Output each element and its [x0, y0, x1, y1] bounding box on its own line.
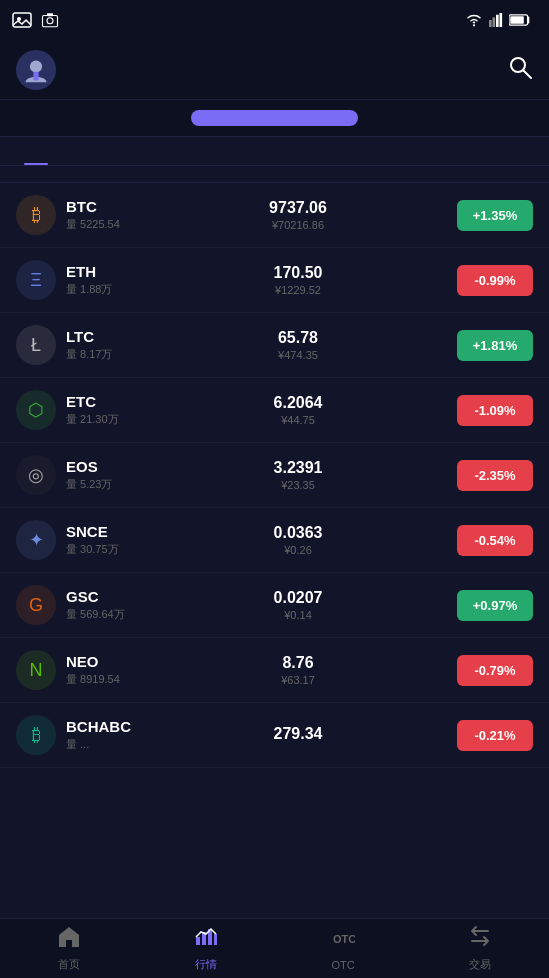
table-row[interactable]: G GSC 量 569.64万 0.0207 ¥0.14 +0.97% [0, 573, 549, 638]
camera-icon [40, 11, 60, 29]
svg-rect-9 [500, 13, 503, 27]
svg-rect-8 [496, 15, 499, 27]
coin-change: -0.99% [392, 265, 533, 296]
coin-name: ETC [66, 393, 119, 410]
coin-change: +0.97% [392, 590, 533, 621]
coin-change: +1.81% [392, 330, 533, 361]
change-badge: -1.09% [457, 395, 533, 426]
table-row[interactable]: ◎ EOS 量 5.23万 3.2391 ¥23.35 -2.35% [0, 443, 549, 508]
table-row[interactable]: ₿ BTC 量 5225.54 9737.06 ¥70216.86 +1.35% [0, 183, 549, 248]
coin-volume: 量 8.17万 [66, 347, 112, 362]
nav-label: 行情 [195, 957, 217, 972]
nav-item-OTC[interactable]: OTC OTC [275, 927, 412, 971]
coin-left-0: ₿ BTC 量 5225.54 [16, 195, 204, 235]
coin-price: 8.76 ¥63.17 [204, 654, 392, 686]
coin-volume: 量 21.30万 [66, 412, 119, 427]
coin-name: EOS [66, 458, 112, 475]
tab-btc[interactable] [96, 137, 136, 165]
photo-icon [12, 11, 32, 29]
avatar[interactable] [16, 50, 56, 90]
svg-rect-19 [214, 934, 217, 945]
tab-eth[interactable] [136, 137, 176, 165]
trade-icon [468, 925, 492, 947]
nav-item-行情[interactable]: 行情 [137, 925, 274, 972]
coin-name: GSC [66, 588, 125, 605]
coin-icon-eos: ◎ [16, 455, 56, 495]
coin-price: 3.2391 ¥23.35 [204, 459, 392, 491]
search-button[interactable] [507, 54, 533, 86]
svg-line-15 [524, 70, 532, 78]
table-row[interactable]: Ξ ETH 量 1.88万 170.50 ¥1229.52 -0.99% [0, 248, 549, 313]
coin-price: 0.0363 ¥0.26 [204, 524, 392, 556]
status-left-icons [12, 11, 60, 29]
nav-label: 交易 [469, 957, 491, 972]
coin-name: BTC [66, 198, 120, 215]
price-main-value: 0.0207 [204, 589, 392, 607]
bottom-nav: 首页 行情 OTC OTC 交易 [0, 918, 549, 978]
tab-watchlist[interactable] [16, 110, 183, 126]
tab-usdt[interactable] [16, 137, 56, 165]
change-badge: -0.79% [457, 655, 533, 686]
coin-left-7: N NEO 量 8919.54 [16, 650, 204, 690]
coin-name: ETH [66, 263, 112, 280]
coin-change: -0.54% [392, 525, 533, 556]
table-row[interactable]: ⬡ ETC 量 21.30万 6.2064 ¥44.75 -1.09% [0, 378, 549, 443]
coin-volume: 量 5225.54 [66, 217, 120, 232]
chart-icon [194, 925, 218, 947]
table-row[interactable]: ₿ BCHABC 量 ... 279.34 -0.21% [0, 703, 549, 768]
table-row[interactable]: N NEO 量 8919.54 8.76 ¥63.17 -0.79% [0, 638, 549, 703]
tab-mainboard[interactable] [191, 110, 358, 126]
tab-gavc[interactable] [56, 137, 96, 165]
nav-label: 首页 [58, 957, 80, 972]
price-main-value: 9737.06 [204, 199, 392, 217]
coin-name: NEO [66, 653, 120, 670]
price-main-value: 3.2391 [204, 459, 392, 477]
nav-icon-0 [57, 925, 81, 953]
coin-volume: 量 ... [66, 737, 131, 752]
price-main-value: 65.78 [204, 329, 392, 347]
coin-left-8: ₿ BCHABC 量 ... [16, 715, 204, 755]
coin-name: LTC [66, 328, 112, 345]
coin-left-6: G GSC 量 569.64万 [16, 585, 204, 625]
price-cny-value: ¥44.75 [204, 414, 392, 426]
svg-rect-11 [510, 16, 524, 24]
table-row[interactable]: Ł LTC 量 8.17万 65.78 ¥474.35 +1.81% [0, 313, 549, 378]
nav-item-首页[interactable]: 首页 [0, 925, 137, 972]
coin-icon-snce: ✦ [16, 520, 56, 560]
coin-volume: 量 5.23万 [66, 477, 112, 492]
table-header [0, 166, 549, 183]
signal-icon [489, 13, 503, 27]
coin-icon-btc: ₿ [16, 195, 56, 235]
tab-innovation[interactable] [366, 110, 533, 126]
currency-tabs [0, 137, 549, 166]
coin-list: ₿ BTC 量 5225.54 9737.06 ¥70216.86 +1.35%… [0, 183, 549, 867]
price-cny-value: ¥0.14 [204, 609, 392, 621]
user-avatar-icon [22, 56, 50, 84]
coin-icon-gsc: G [16, 585, 56, 625]
price-cny-value: ¥63.17 [204, 674, 392, 686]
status-bar [0, 0, 549, 40]
table-row[interactable]: ✦ SNCE 量 30.75万 0.0363 ¥0.26 -0.54% [0, 508, 549, 573]
svg-rect-4 [47, 13, 53, 16]
price-cny-value: ¥474.35 [204, 349, 392, 361]
coin-left-4: ◎ EOS 量 5.23万 [16, 455, 204, 495]
svg-rect-16 [196, 937, 200, 945]
search-icon [507, 54, 533, 80]
svg-rect-13 [33, 71, 38, 80]
svg-text:OTC: OTC [333, 933, 355, 945]
coin-price: 9737.06 ¥70216.86 [204, 199, 392, 231]
coin-icon-etc: ⬡ [16, 390, 56, 430]
change-badge: -0.54% [457, 525, 533, 556]
coin-price: 279.34 [204, 725, 392, 745]
coin-change: -0.79% [392, 655, 533, 686]
coin-left-5: ✦ SNCE 量 30.75万 [16, 520, 204, 560]
coin-change: -1.09% [392, 395, 533, 426]
otc-icon: OTC [331, 927, 355, 949]
price-cny-value: ¥1229.52 [204, 284, 392, 296]
change-badge: -2.35% [457, 460, 533, 491]
price-main-value: 0.0363 [204, 524, 392, 542]
nav-icon-3 [468, 925, 492, 953]
home-icon [57, 925, 81, 947]
coin-change: +1.35% [392, 200, 533, 231]
nav-item-交易[interactable]: 交易 [412, 925, 549, 972]
